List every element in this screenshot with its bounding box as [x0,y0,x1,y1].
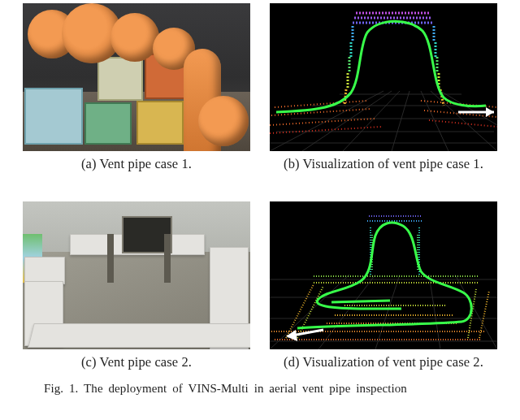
subfig-b-caption: (b) Visualization of vent pipe case 1. [284,156,483,172]
subfig-d-image [270,201,497,349]
figure-main-caption: Fig. 1. The deployment of VINS-Multi in … [44,382,476,396]
subfig-a-image [23,3,250,151]
box-decorative [84,102,132,145]
support-rail [164,234,171,283]
subfig-d: (d) Visualization of vent pipe case 2. [270,201,497,370]
subfig-row-2: (c) Vent pipe case 2. [23,201,497,370]
subfig-a: (a) Vent pipe case 1. [23,3,250,172]
pointcloud-viz-1 [270,3,497,151]
subfig-b: (b) Visualization of vent pipe case 1. [270,3,497,172]
svg-rect-0 [270,3,497,151]
subfig-b-image [270,3,497,151]
box-decorative [136,101,184,145]
duct-segment [28,323,250,348]
subfig-row-1: (a) Vent pipe case 1. [23,3,497,172]
duct-segment [24,257,65,284]
subfig-c: (c) Vent pipe case 2. [23,201,250,370]
orange-duct-segment [110,13,159,62]
pointcloud-viz-2 [270,201,497,349]
subfig-a-caption: (a) Vent pipe case 1. [81,156,192,172]
subfig-c-caption: (c) Vent pipe case 2. [81,354,192,370]
orange-duct-segment [198,96,249,146]
box-decorative [24,88,83,145]
trajectory-path-2 [332,301,390,302]
box-decorative [98,57,143,101]
figure-1: (a) Vent pipe case 1. [0,0,520,396]
support-rail [107,234,114,283]
subfig-d-caption: (d) Visualization of vent pipe case 2. [284,354,483,370]
subfig-c-image [23,201,250,349]
